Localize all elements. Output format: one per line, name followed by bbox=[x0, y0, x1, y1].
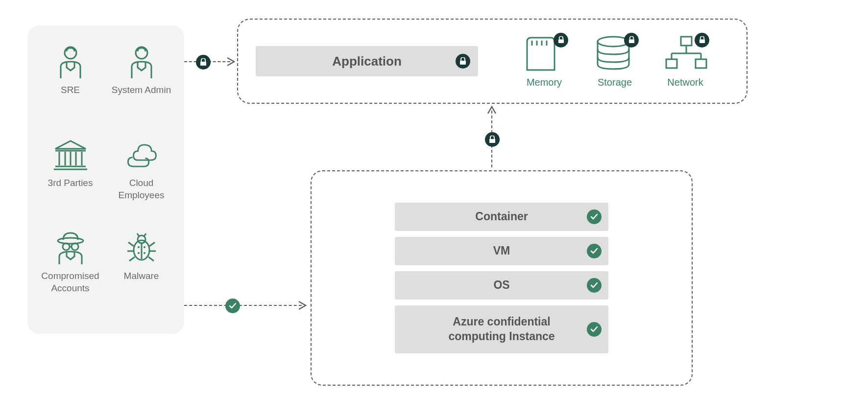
svg-point-19 bbox=[138, 246, 140, 248]
resource-label: Storage bbox=[598, 77, 632, 88]
bug-icon bbox=[124, 231, 159, 265]
svg-rect-23 bbox=[460, 61, 466, 65]
lock-icon bbox=[196, 55, 211, 70]
svg-rect-31 bbox=[681, 37, 692, 46]
arrow-head-icon bbox=[226, 57, 235, 67]
stack-label: Azure confidentialcomputing Instance bbox=[448, 315, 555, 344]
network-icon bbox=[663, 35, 707, 71]
stack-container: Container bbox=[395, 203, 608, 231]
stack-azure-cc: Azure confidentialcomputing Instance bbox=[395, 305, 608, 353]
institution-icon bbox=[53, 138, 88, 172]
svg-point-22 bbox=[144, 252, 145, 254]
spy-icon bbox=[53, 231, 88, 265]
svg-rect-28 bbox=[558, 40, 563, 43]
threats-panel: SRE System Admin bbox=[27, 25, 184, 334]
threat-label: System Admin bbox=[112, 84, 171, 96]
protected-zone-top: Application Memory bbox=[237, 19, 747, 104]
cloud-icon bbox=[124, 138, 159, 172]
person-icon bbox=[53, 45, 88, 79]
threat-label: Malware bbox=[124, 270, 159, 282]
svg-rect-39 bbox=[200, 62, 206, 66]
threat-sre: SRE bbox=[37, 45, 103, 128]
stack-label: Container bbox=[475, 209, 528, 224]
threat-cloud-employees: Cloud Employees bbox=[108, 138, 174, 221]
lock-icon bbox=[554, 33, 568, 47]
memory-icon bbox=[522, 35, 566, 71]
threat-label: Cloud Employees bbox=[108, 177, 174, 201]
threat-label: 3rd Parties bbox=[48, 177, 93, 189]
threat-malware: Malware bbox=[108, 231, 174, 314]
threat-system-admin: System Admin bbox=[108, 45, 174, 128]
check-icon bbox=[225, 299, 240, 313]
stack-label: VM bbox=[493, 244, 510, 258]
lock-icon bbox=[456, 54, 470, 69]
resource-label: Memory bbox=[527, 77, 562, 88]
person-icon bbox=[124, 45, 159, 79]
svg-line-17 bbox=[144, 233, 146, 236]
svg-rect-32 bbox=[666, 59, 677, 68]
threat-label: Compromised Accounts bbox=[37, 270, 103, 294]
application-pill: Application bbox=[256, 46, 478, 76]
check-icon bbox=[587, 278, 602, 293]
svg-line-16 bbox=[137, 233, 139, 236]
svg-rect-33 bbox=[696, 59, 706, 68]
stack-os: OS bbox=[395, 271, 608, 300]
stack-label: OS bbox=[493, 278, 509, 293]
check-icon bbox=[587, 244, 602, 258]
threat-label: SRE bbox=[61, 84, 80, 96]
svg-rect-30 bbox=[628, 40, 634, 43]
svg-point-21 bbox=[138, 252, 140, 254]
svg-rect-40 bbox=[489, 139, 495, 143]
threat-3rd-parties: 3rd Parties bbox=[37, 138, 103, 221]
lock-icon bbox=[624, 33, 639, 47]
svg-point-20 bbox=[144, 246, 145, 248]
arrow-threats-to-infra bbox=[184, 305, 302, 306]
svg-point-0 bbox=[65, 47, 76, 59]
lock-icon bbox=[485, 132, 500, 147]
storage-icon bbox=[593, 35, 637, 71]
resource-network: Network bbox=[663, 35, 707, 88]
application-label: Application bbox=[332, 54, 402, 69]
check-icon bbox=[587, 322, 602, 337]
svg-point-10 bbox=[58, 238, 83, 244]
check-icon bbox=[587, 209, 602, 224]
threat-compromised-accounts: Compromised Accounts bbox=[37, 231, 103, 314]
svg-rect-38 bbox=[699, 40, 704, 43]
arrow-head-icon bbox=[487, 106, 497, 115]
resource-memory: Memory bbox=[522, 35, 566, 88]
infrastructure-zone: Container VM OS Azure confidentialcomput… bbox=[311, 170, 693, 386]
arrow-head-icon bbox=[298, 301, 307, 310]
svg-point-1 bbox=[136, 47, 147, 59]
lock-icon bbox=[695, 33, 709, 47]
stack-vm: VM bbox=[395, 237, 608, 265]
resource-storage: Storage bbox=[593, 35, 637, 88]
resource-label: Network bbox=[667, 77, 703, 88]
